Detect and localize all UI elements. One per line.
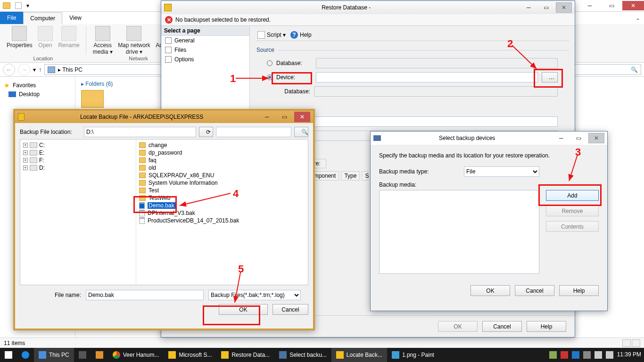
- map-drive-button[interactable]: Map network drive ▾: [116, 25, 152, 56]
- tab-view[interactable]: View: [62, 12, 89, 24]
- remove-button[interactable]: Remove: [546, 206, 599, 216]
- folder-item[interactable]: old: [138, 164, 306, 172]
- refresh-button[interactable]: ⟳: [199, 127, 213, 137]
- qat-icon[interactable]: [15, 2, 22, 9]
- tab-computer[interactable]: Computer: [23, 12, 62, 24]
- properties-button[interactable]: Properties: [5, 25, 34, 49]
- tray-icon[interactable]: [572, 351, 579, 359]
- details-view-icon[interactable]: [622, 339, 631, 347]
- favorites-header[interactable]: ★Favorites: [2, 81, 73, 90]
- page-general[interactable]: General: [161, 36, 249, 45]
- folder-item[interactable]: change: [138, 141, 306, 149]
- properties-icon: [12, 26, 27, 41]
- maximize-button[interactable]: ▭: [571, 133, 587, 143]
- open-button[interactable]: Open: [36, 25, 55, 49]
- maximize-button[interactable]: ▭: [538, 2, 554, 13]
- folder-item[interactable]: System Volume Information: [138, 179, 306, 187]
- close-button[interactable]: ✕: [588, 133, 604, 143]
- nav-history-icon[interactable]: ▾: [33, 66, 36, 73]
- taskbar-generic1[interactable]: [74, 348, 91, 362]
- filter-input[interactable]: [216, 127, 291, 137]
- tray-icon[interactable]: [549, 351, 557, 359]
- folder-item[interactable]: dp_password: [138, 149, 306, 156]
- folder-thumbnail[interactable]: [81, 90, 104, 108]
- drive-d[interactable]: +D:: [22, 164, 134, 172]
- minimize-button[interactable]: ─: [259, 112, 275, 122]
- expand-icon[interactable]: +: [23, 158, 28, 163]
- cancel-button[interactable]: Cancel: [482, 321, 522, 332]
- drive-f[interactable]: +F:: [22, 156, 134, 164]
- close-button[interactable]: ✕: [622, 1, 644, 10]
- taskbar-ssms[interactable]: Microsoft S...: [164, 348, 216, 362]
- nav-forward-button[interactable]: →: [18, 64, 30, 76]
- drive-c[interactable]: +C:: [22, 141, 134, 149]
- expand-icon[interactable]: +: [23, 150, 28, 155]
- tiles-view-icon[interactable]: [632, 339, 640, 347]
- help-button[interactable]: Help: [527, 321, 566, 332]
- locate-backup-file-dialog: Locate Backup File - ARKADEEP\SQLEXPRESS…: [13, 109, 315, 330]
- system-tray[interactable]: 11:39 PM: [549, 351, 644, 359]
- media-type-select[interactable]: File: [464, 166, 539, 177]
- taskbar-locate[interactable]: Locate Back...: [331, 348, 387, 362]
- start-button[interactable]: [0, 348, 17, 362]
- maximize-button[interactable]: ▭: [601, 1, 622, 10]
- nav-up-icon[interactable]: ↑: [39, 66, 41, 73]
- filename-input[interactable]: [86, 290, 204, 300]
- locate-titlebar[interactable]: Locate Backup File - ARKADEEP\SQLEXPRESS…: [15, 111, 313, 123]
- cancel-button[interactable]: Cancel: [272, 304, 308, 315]
- minimize-button[interactable]: ─: [520, 2, 537, 13]
- db-icon: [18, 113, 25, 121]
- page-options[interactable]: Options: [161, 55, 249, 64]
- filetype-select[interactable]: Backup Files(*.bak;*.trn;*.log): [208, 290, 301, 300]
- rename-button[interactable]: Rename: [56, 25, 81, 49]
- tray-icon[interactable]: [561, 351, 568, 359]
- folder-item[interactable]: faq: [138, 156, 306, 164]
- qat-dropdown-icon[interactable]: ▾: [26, 2, 29, 9]
- cancel-button[interactable]: Cancel: [515, 285, 554, 296]
- folder-item[interactable]: SQLEXPRADV_x86_ENU: [138, 172, 306, 179]
- clock[interactable]: 11:39 PM: [617, 351, 641, 359]
- ok-button[interactable]: OK: [471, 285, 510, 296]
- network-icon[interactable]: [594, 351, 602, 359]
- expand-icon[interactable]: +: [23, 143, 28, 148]
- access-media-button[interactable]: Access media ▾: [91, 25, 115, 56]
- help-button[interactable]: ?Help: [290, 31, 312, 39]
- file-item[interactable]: ProductServiceDB_14_07_2015.bak: [138, 217, 306, 224]
- search-button[interactable]: 🔍: [294, 127, 308, 137]
- page-list-header: Select a page: [161, 26, 249, 36]
- taskbar-restore[interactable]: Restore Data...: [216, 348, 274, 362]
- drive-tree[interactable]: +C: +E: +F: +D:: [20, 140, 136, 285]
- backupdev-titlebar[interactable]: Select backup devices ─ ▭ ✕: [371, 132, 607, 145]
- drive-e[interactable]: +E:: [22, 149, 134, 156]
- taskbar-paint[interactable]: 1.png - Paint: [387, 348, 439, 362]
- page-files[interactable]: Files: [161, 45, 249, 55]
- nav-back-button[interactable]: ←: [3, 64, 15, 76]
- tray-icon[interactable]: [583, 351, 591, 359]
- taskbar-chrome[interactable]: Veer Hanum...: [108, 348, 164, 362]
- contents-button[interactable]: Contents: [546, 221, 599, 232]
- close-button[interactable]: ✕: [294, 112, 310, 122]
- maximize-button[interactable]: ▭: [277, 112, 293, 122]
- minimize-button[interactable]: ─: [553, 133, 569, 143]
- volume-icon[interactable]: [606, 351, 613, 359]
- restore-titlebar[interactable]: Restore Database - ─ ▭ ✕: [161, 1, 575, 14]
- view-toggle[interactable]: [622, 339, 640, 347]
- ie-button[interactable]: [17, 348, 34, 362]
- taskbar-generic2[interactable]: [91, 348, 108, 362]
- backup-media-list[interactable]: [379, 190, 539, 274]
- location-input[interactable]: [84, 127, 196, 137]
- script-button[interactable]: Script ▾: [257, 31, 286, 39]
- database-radio[interactable]: [267, 60, 272, 66]
- desktop-item[interactable]: Desktop: [2, 90, 73, 99]
- device-path-input[interactable]: [316, 72, 538, 82]
- help-button[interactable]: Help: [559, 285, 599, 296]
- minimize-button[interactable]: ─: [579, 1, 601, 10]
- device-database-combo[interactable]: [314, 86, 558, 97]
- taskbar-selectbackup[interactable]: Select backu...: [274, 348, 331, 362]
- taskbar-thispc[interactable]: This PC: [34, 348, 74, 362]
- ribbon-collapse-icon[interactable]: ⌃: [636, 17, 640, 24]
- tab-file[interactable]: File: [0, 12, 23, 24]
- close-button[interactable]: ✕: [556, 2, 572, 13]
- ok-button[interactable]: OK: [438, 321, 478, 332]
- expand-icon[interactable]: +: [23, 165, 28, 170]
